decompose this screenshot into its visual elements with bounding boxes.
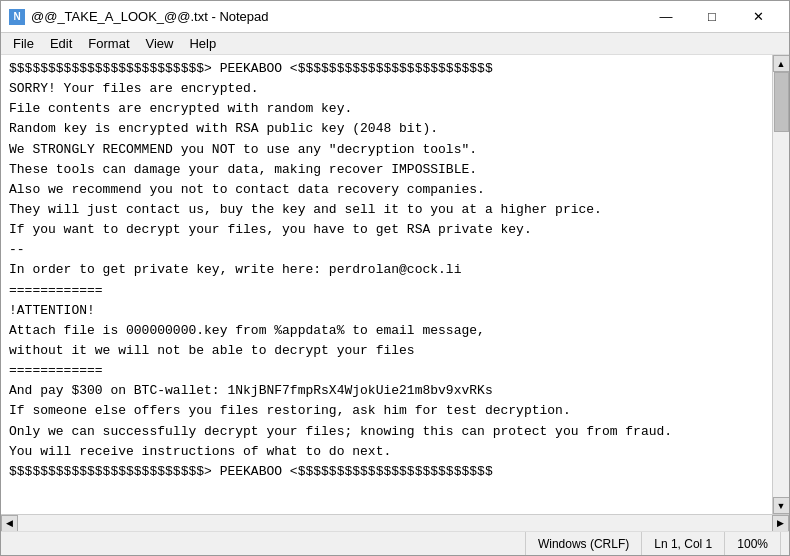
menu-view[interactable]: View <box>138 34 182 53</box>
menu-help[interactable]: Help <box>181 34 224 53</box>
scroll-track-v[interactable] <box>773 72 789 497</box>
window-controls: — □ ✕ <box>643 1 781 33</box>
close-button[interactable]: ✕ <box>735 1 781 33</box>
status-empty <box>9 532 526 555</box>
status-zoom: 100% <box>725 532 781 555</box>
status-encoding: Windows (CRLF) <box>526 532 642 555</box>
scroll-thumb-v[interactable] <box>774 72 789 132</box>
maximize-button[interactable]: □ <box>689 1 735 33</box>
app-icon: N <box>9 9 25 25</box>
menu-edit[interactable]: Edit <box>42 34 80 53</box>
horizontal-scrollbar[interactable]: ◀ ▶ <box>1 514 789 531</box>
scroll-track-h[interactable] <box>18 515 772 531</box>
scroll-down-button[interactable]: ▼ <box>773 497 790 514</box>
status-bar: Windows (CRLF) Ln 1, Col 1 100% <box>1 531 789 555</box>
scroll-left-button[interactable]: ◀ <box>1 515 18 532</box>
menu-bar: File Edit Format View Help <box>1 33 789 55</box>
menu-format[interactable]: Format <box>80 34 137 53</box>
title-bar: N @@_TAKE_A_LOOK_@@.txt - Notepad — □ ✕ <box>1 1 789 33</box>
status-position: Ln 1, Col 1 <box>642 532 725 555</box>
minimize-button[interactable]: — <box>643 1 689 33</box>
text-editor[interactable]: $$$$$$$$$$$$$$$$$$$$$$$$$> PEEKABOO <$$$… <box>1 55 772 514</box>
scroll-right-button[interactable]: ▶ <box>772 515 789 532</box>
window-title: @@_TAKE_A_LOOK_@@.txt - Notepad <box>31 9 643 24</box>
scroll-up-button[interactable]: ▲ <box>773 55 790 72</box>
content-area: $$$$$$$$$$$$$$$$$$$$$$$$$> PEEKABOO <$$$… <box>1 55 789 514</box>
vertical-scrollbar[interactable]: ▲ ▼ <box>772 55 789 514</box>
notepad-window: N @@_TAKE_A_LOOK_@@.txt - Notepad — □ ✕ … <box>0 0 790 556</box>
menu-file[interactable]: File <box>5 34 42 53</box>
